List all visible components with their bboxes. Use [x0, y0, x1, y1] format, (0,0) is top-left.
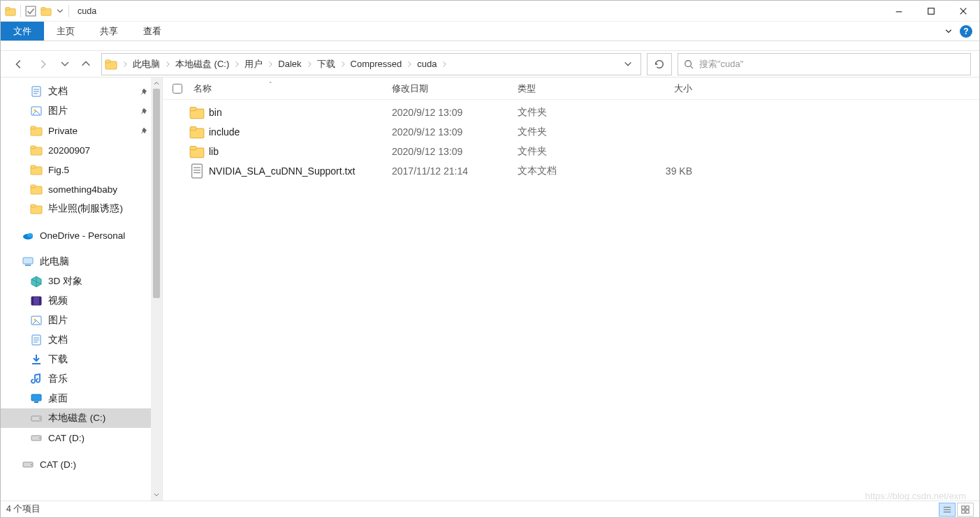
file-type: 文本文档 [518, 165, 622, 177]
titlebar: cuda [1, 1, 979, 22]
pic-icon [30, 314, 43, 327]
folder-icon [189, 124, 205, 140]
sidebar-item[interactable]: 20200907 [1, 140, 162, 160]
drive-icon [22, 458, 34, 471]
breadcrumb-3[interactable]: Dalek [275, 54, 304, 75]
breadcrumb-5[interactable]: Compressed [348, 54, 405, 75]
search-input[interactable] [699, 59, 965, 69]
window-title: cuda [78, 6, 96, 16]
sidebar-item-label: 文档 [48, 334, 68, 346]
maximize-button[interactable] [915, 1, 947, 22]
sidebar-item[interactable]: something4baby [1, 179, 162, 199]
address-dropdown-button[interactable] [618, 54, 638, 75]
scroll-up-icon[interactable] [151, 77, 162, 89]
qat-dropdown-icon[interactable] [56, 7, 64, 15]
ribbon-tab-1[interactable]: 共享 [87, 22, 131, 40]
chevron-right-icon[interactable] [439, 61, 449, 68]
chevron-right-icon[interactable] [338, 61, 348, 68]
scroll-thumb[interactable] [153, 89, 160, 298]
sidebar-item[interactable]: 音乐 [1, 369, 162, 389]
back-button[interactable] [9, 54, 29, 74]
scroll-down-icon[interactable] [151, 489, 162, 501]
sidebar-item-label: Private [48, 126, 78, 136]
help-button[interactable]: ? [960, 25, 972, 38]
minimize-button[interactable] [883, 1, 915, 22]
view-large-icons-button[interactable] [957, 503, 974, 517]
file-row[interactable]: include2020/9/12 13:09文件夹 [163, 122, 979, 142]
sidebar-item[interactable]: 文档 [1, 82, 162, 101]
sidebar-item[interactable]: 图片 [1, 101, 162, 121]
music-icon [30, 373, 43, 385]
sidebar-item[interactable]: 3D 对象 [1, 272, 162, 291]
sidebar-item[interactable]: 桌面 [1, 389, 162, 408]
file-name: include [209, 126, 392, 138]
qat-newfolder-icon[interactable] [41, 6, 52, 17]
sidebar-drive-extra[interactable]: CAT (D:) [1, 454, 162, 474]
file-row[interactable]: NVIDIA_SLA_cuDNN_Support.txt2017/11/12 2… [163, 161, 979, 181]
drive-icon [30, 431, 43, 444]
qat-properties-icon[interactable] [25, 6, 36, 17]
ribbon-tab-file[interactable]: 文件 [1, 22, 44, 40]
addressbar-folder-icon [105, 58, 117, 71]
ribbon-tabs: 文件 主页共享查看 ? [1, 22, 979, 41]
file-date: 2017/11/12 21:14 [392, 165, 518, 177]
refresh-button[interactable] [647, 53, 672, 75]
sidebar-item-label: 此电脑 [40, 256, 69, 268]
sidebar-item[interactable]: 视频 [1, 291, 162, 311]
column-header-type[interactable]: 类型 [518, 82, 622, 95]
file-name: bin [209, 107, 392, 118]
view-details-button[interactable] [939, 503, 956, 517]
sidebar-item[interactable]: 本地磁盘 (C:) [1, 408, 162, 428]
chevron-right-icon[interactable] [163, 61, 173, 68]
pc-icon [22, 256, 34, 268]
sidebar-item-label: 毕业照(制服诱惑) [48, 202, 123, 215]
file-name: NVIDIA_SLA_cuDNN_Support.txt [209, 165, 392, 177]
column-header-name[interactable]: 名称 ˄ [189, 82, 392, 95]
sidebar-item[interactable]: 文档 [1, 330, 162, 350]
address-bar[interactable]: 此电脑本地磁盘 (C:)用户Dalek下载Compressedcuda [101, 53, 641, 75]
search-box[interactable] [678, 53, 971, 75]
doc-icon [30, 334, 43, 346]
breadcrumb-6[interactable]: cuda [414, 54, 439, 75]
chevron-right-icon[interactable] [404, 61, 414, 68]
file-row[interactable]: bin2020/9/12 13:09文件夹 [163, 103, 979, 122]
sidebar-item[interactable]: 图片 [1, 311, 162, 330]
sidebar-item-label: 20200907 [48, 145, 90, 156]
onedrive-icon [22, 229, 34, 242]
sidebar-item[interactable]: 毕业照(制服诱惑) [1, 199, 162, 219]
folder-icon [30, 202, 43, 215]
sidebar-item[interactable]: Fig.5 [1, 160, 162, 179]
sidebar-item[interactable]: CAT (D:) [1, 428, 162, 447]
forward-button[interactable] [34, 54, 54, 74]
column-header-size[interactable]: 大小 [622, 82, 706, 95]
sidebar-item[interactable]: Private [1, 121, 162, 140]
up-button[interactable] [76, 54, 96, 74]
chevron-right-icon[interactable] [120, 61, 130, 68]
column-header-date[interactable]: 修改日期 [392, 82, 518, 95]
ribbon-tab-0[interactable]: 主页 [44, 22, 87, 40]
ribbon-collapse-icon[interactable] [944, 27, 953, 36]
navigation-pane: 文档图片Private20200907Fig.5something4baby毕业… [1, 77, 163, 501]
navigation-bar: 此电脑本地磁盘 (C:)用户Dalek下载Compressedcuda [1, 51, 979, 77]
app-icon [5, 6, 16, 17]
file-row[interactable]: lib2020/9/12 13:09文件夹 [163, 142, 979, 161]
breadcrumb-4[interactable]: 下载 [314, 54, 338, 75]
file-type: 文件夹 [518, 106, 622, 119]
breadcrumb-2[interactable]: 用户 [242, 54, 265, 75]
close-button[interactable] [947, 1, 979, 22]
sidebar-item[interactable]: 下载 [1, 350, 162, 369]
sidebar-thispc[interactable]: 此电脑 [1, 252, 162, 272]
chevron-right-icon[interactable] [265, 61, 275, 68]
breadcrumb-0[interactable]: 此电脑 [130, 54, 163, 75]
sidebar-item-label: 图片 [48, 314, 68, 327]
column-headers: 名称 ˄ 修改日期 类型 大小 [163, 77, 979, 100]
sidebar-scrollbar[interactable] [151, 77, 162, 501]
breadcrumb-1[interactable]: 本地磁盘 (C:) [173, 54, 232, 75]
ribbon-tab-2[interactable]: 查看 [131, 22, 174, 40]
select-all-checkbox[interactable] [173, 84, 182, 94]
search-icon [684, 59, 694, 69]
chevron-right-icon[interactable] [305, 61, 314, 68]
chevron-right-icon[interactable] [232, 61, 242, 68]
recent-dropdown[interactable] [59, 54, 71, 74]
sidebar-onedrive[interactable]: OneDrive - Personal [1, 225, 162, 245]
